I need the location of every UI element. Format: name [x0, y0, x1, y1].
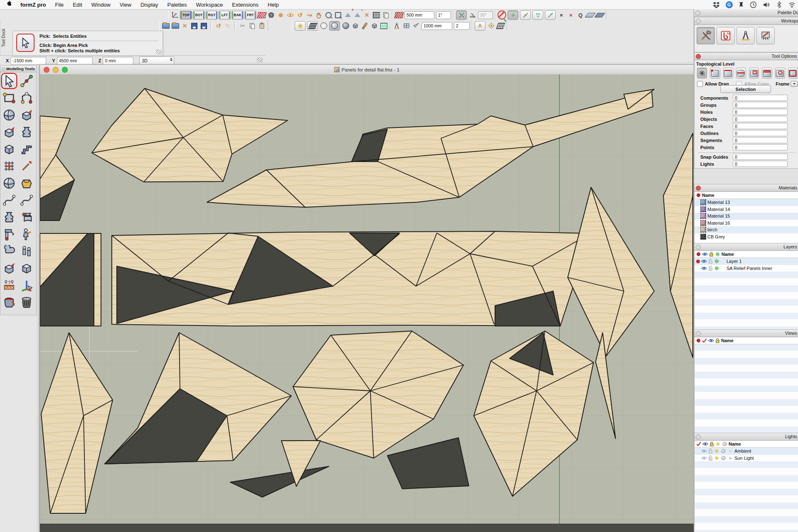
layer-active-dot[interactable] — [696, 260, 700, 263]
axonometric-box-icon[interactable] — [351, 22, 360, 30]
topo-object-button[interactable] — [788, 68, 798, 78]
tool-options-header[interactable]: Tool Options - — [695, 53, 798, 60]
cone-of-vision-icon[interactable] — [267, 11, 276, 20]
import-file-icon[interactable] — [171, 22, 180, 30]
save-icon[interactable] — [190, 22, 199, 30]
workspace-modeling-icon[interactable] — [697, 27, 715, 44]
eye-icon[interactable] — [701, 456, 707, 461]
snap-intersection-icon[interactable]: × — [557, 11, 566, 20]
count-field[interactable]: 0 — [733, 161, 788, 167]
x-coordinate-field[interactable]: -1500 mm — [10, 57, 46, 65]
lock-open-icon[interactable] — [708, 449, 713, 454]
menu-item[interactable]: Window — [87, 2, 115, 8]
menu-item[interactable]: Palettes — [163, 2, 192, 8]
view-button[interactable]: TOP — [180, 11, 192, 20]
wireframe-button[interactable] — [295, 21, 305, 31]
reference-plane-icon[interactable] — [586, 11, 594, 20]
modeling-tool-button[interactable] — [18, 260, 35, 277]
modeling-tool-button[interactable] — [0, 226, 18, 243]
modeling-tool-button[interactable] — [0, 260, 18, 277]
modeling-tool-button[interactable] — [18, 174, 35, 191]
perspective-grid-icon[interactable] — [257, 11, 266, 20]
fly-through-icon[interactable]: ↝ — [305, 11, 314, 20]
dropbox-icon[interactable] — [713, 1, 720, 8]
angle-snap-icon[interactable] — [468, 11, 477, 20]
eye-icon[interactable] — [701, 266, 707, 271]
layer-active-dot[interactable] — [696, 266, 700, 270]
render-star-icon[interactable] — [714, 259, 719, 264]
lights-header[interactable]: Lights — [695, 433, 798, 441]
modeling-tool-button[interactable] — [18, 226, 35, 243]
modeling-tool-button[interactable] — [18, 72, 35, 89]
material-row[interactable]: Material 13 — [695, 199, 798, 206]
text-tool-icon[interactable]: A — [475, 21, 485, 31]
snap-points-button[interactable] — [532, 10, 543, 20]
zoom-out-icon[interactable]: − — [353, 11, 362, 20]
eye-icon[interactable] — [701, 259, 707, 264]
active-dot-icon[interactable] — [696, 54, 701, 59]
snap-grid-button[interactable] — [456, 10, 467, 20]
view-button[interactable]: BOT — [193, 11, 205, 20]
y-coordinate-field[interactable]: 4500 mm — [57, 57, 93, 65]
selection-button[interactable]: Selection — [720, 85, 771, 93]
count-field[interactable]: 0 — [733, 95, 788, 101]
grid-size-field[interactable]: 500 mm — [404, 11, 434, 19]
look-around-icon[interactable] — [286, 11, 295, 20]
material-row[interactable]: CB Grey — [695, 233, 798, 240]
eye-icon[interactable] — [702, 252, 708, 257]
menu-item[interactable]: Help — [263, 2, 283, 8]
count-field[interactable]: 0 — [733, 109, 788, 115]
wifi-icon[interactable] — [788, 1, 796, 8]
workspace-rendering-icon[interactable] — [756, 27, 775, 44]
topo-auto-button[interactable] — [697, 68, 707, 78]
render-star-icon[interactable] — [714, 266, 719, 271]
modeling-tool-button[interactable] — [18, 277, 35, 294]
topo-ring-button[interactable] — [775, 68, 785, 78]
modeling-tool-button[interactable] — [18, 243, 35, 260]
topo-hole-button[interactable] — [749, 68, 759, 78]
rendered-sphere-icon[interactable] — [341, 22, 350, 30]
snap-segment-button[interactable] — [520, 10, 531, 20]
modeling-tool-button[interactable] — [18, 89, 35, 106]
modeling-tool-button[interactable] — [18, 208, 35, 226]
resize-handle[interactable] — [156, 49, 162, 54]
coordbar-resize-handle[interactable] — [257, 57, 263, 62]
reference-count-field[interactable]: 2 — [454, 22, 470, 30]
grid-module-icon[interactable] — [394, 11, 403, 20]
lock-open-icon[interactable] — [708, 259, 713, 264]
topo-segment-button[interactable] — [723, 68, 733, 78]
zoom-area-icon[interactable] — [334, 11, 342, 20]
save-as-icon[interactable] — [200, 22, 208, 30]
menu-item[interactable]: Extensions — [227, 2, 263, 8]
view-button[interactable]: RGT — [206, 11, 218, 20]
modeling-tool-button[interactable] — [0, 191, 18, 208]
window-title-bar[interactable]: Panels for detail flat.fmz - 1 — [40, 65, 694, 75]
modeling-tool-button[interactable] — [18, 157, 35, 174]
menu-item[interactable]: Edit — [68, 2, 86, 8]
angle-step-field[interactable]: 1° — [436, 11, 451, 19]
workspace-drafting-icon[interactable] — [736, 27, 755, 44]
redo-icon[interactable]: ↻ — [224, 22, 232, 30]
hidden-line-icon[interactable] — [319, 22, 328, 30]
axis-icon[interactable] — [170, 11, 179, 20]
plan-grid-icon[interactable] — [372, 11, 381, 20]
snap-angle-field[interactable]: 30° — [478, 11, 493, 19]
close-file-icon[interactable]: ✕ — [180, 22, 189, 30]
modeling-tool-button[interactable] — [0, 277, 18, 294]
view-button[interactable]: LFT — [219, 11, 231, 20]
dart-icon[interactable] — [411, 22, 420, 30]
view-button[interactable]: FRT — [244, 11, 256, 20]
count-field[interactable]: 0 — [733, 154, 788, 160]
active-column-icon[interactable] — [696, 338, 701, 343]
material-row[interactable]: Material 15 — [695, 213, 798, 220]
renderzone-icon[interactable] — [379, 22, 388, 30]
z-coordinate-field[interactable]: 0 mm — [103, 57, 133, 65]
time-machine-icon[interactable] — [750, 1, 757, 8]
lock-open-icon[interactable] — [708, 456, 713, 461]
open-file-icon[interactable] — [161, 22, 170, 30]
modeling-tool-button[interactable] — [0, 208, 18, 226]
orbit-icon[interactable]: ⊕ — [276, 11, 285, 20]
lock-icon[interactable] — [715, 338, 720, 343]
check-icon[interactable] — [702, 338, 707, 343]
menu-item[interactable]: View — [115, 2, 136, 8]
